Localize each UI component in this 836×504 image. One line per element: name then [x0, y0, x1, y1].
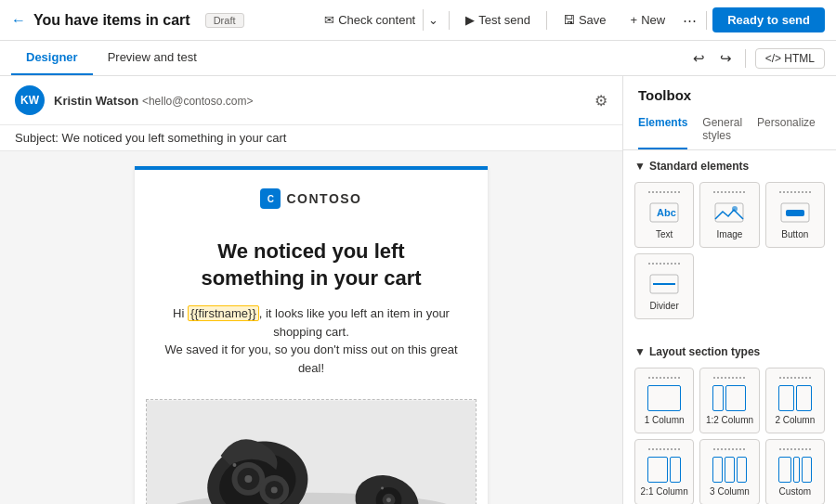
2-column-icon [778, 385, 812, 411]
button-element-label: Button [781, 229, 808, 239]
check-content-button[interactable]: ✉ Check content ⌄ [317, 9, 443, 31]
test-send-icon: ▶ [465, 13, 475, 27]
divider-element-label: Divider [650, 301, 679, 311]
svg-text:Abc: Abc [657, 207, 676, 218]
dots-decoration [647, 447, 681, 451]
main-tabs: Designer Preview and test [11, 41, 212, 75]
html-label: HTML [784, 52, 815, 65]
layout-section-header[interactable]: ▼ Layout section types [634, 345, 825, 358]
svg-point-9 [271, 487, 278, 494]
top-bar: ← You have items in cart Draft ✉ Check c… [0, 0, 836, 41]
save-button[interactable]: 🖫 Save [553, 8, 617, 32]
element-image[interactable]: Image [699, 182, 759, 248]
toolbox-title: Toolbox [623, 76, 836, 110]
body-after: , it looks like you left an item in your… [259, 306, 450, 339]
element-divider[interactable]: Divider [634, 253, 694, 319]
layout-1-column[interactable]: 1 Column [634, 368, 694, 433]
more-options-button[interactable]: ⋯ [679, 8, 700, 32]
toolbox-tabs: Elements General styles Personalize [623, 110, 836, 150]
dots-decoration [647, 262, 681, 265]
text-element-icon: Abc [649, 200, 679, 226]
2-1-column-label: 2:1 Column [641, 486, 688, 497]
new-button[interactable]: + New [620, 8, 676, 32]
subject-bar: Subject: We noticed you left something i… [0, 125, 622, 151]
divider-element-icon [649, 271, 679, 297]
main-area: KW Kristin Watson <hello@contoso.com> ⚙ … [0, 76, 836, 504]
redo-button[interactable]: ↪ [716, 46, 736, 71]
toolbox-tab-elements[interactable]: Elements [638, 110, 687, 149]
email-image-area [146, 399, 477, 504]
layout-custom[interactable]: Custom [765, 439, 825, 504]
draft-badge: Draft [205, 13, 244, 28]
image-element-icon [714, 200, 744, 226]
3-column-icon [712, 457, 746, 483]
layout-3-column[interactable]: 3 Column [699, 439, 759, 504]
second-bar-right: ↩ ↪ </> HTML [689, 46, 825, 71]
standard-elements-header[interactable]: ▼ Standard elements [634, 160, 825, 173]
element-button[interactable]: Button [765, 182, 825, 248]
layout-section-grid: 1 Column 1:2 Column [634, 368, 825, 504]
gear-icon[interactable]: ⚙ [594, 92, 607, 110]
1-column-label: 1 Column [645, 415, 685, 425]
check-content-icon: ✉ [324, 13, 334, 27]
test-send-button[interactable]: ▶ Test send [455, 8, 541, 32]
image-element-label: Image [717, 229, 743, 239]
tab-designer[interactable]: Designer [11, 41, 93, 75]
toolbox-tab-general-styles[interactable]: General styles [702, 110, 742, 149]
custom-column-icon [778, 457, 812, 483]
back-icon[interactable]: ← [11, 12, 26, 29]
divider [745, 49, 746, 68]
divider [706, 11, 707, 30]
sender-email: <hello@contoso.com> [142, 95, 254, 108]
toolbox-tab-personalize[interactable]: Personalize [757, 110, 816, 149]
test-send-label: Test send [478, 13, 530, 27]
text-element-label: Text [656, 229, 673, 239]
layout-section-label: Layout section types [649, 345, 760, 358]
toolbox-panel: Toolbox Elements General styles Personal… [622, 76, 836, 504]
dots-decoration [778, 190, 812, 194]
second-bar: Designer Preview and test ↩ ↪ </> HTML [0, 41, 836, 76]
button-element-icon [780, 200, 810, 226]
layout-1-2-column[interactable]: 1:2 Column [699, 368, 759, 433]
element-text[interactable]: Abc Text [634, 182, 694, 248]
layout-2-1-column[interactable]: 2:1 Column [634, 439, 694, 504]
svg-point-14 [232, 463, 236, 467]
new-label: New [641, 13, 665, 27]
dots-decoration [712, 447, 746, 451]
dots-decoration [712, 376, 746, 380]
html-button[interactable]: </> HTML [755, 48, 825, 69]
code-icon: </> [765, 52, 781, 65]
1-2-column-label: 1:2 Column [706, 415, 753, 425]
sender-info: Kristin Watson <hello@contoso.com> [54, 94, 585, 108]
save-icon: 🖫 [563, 13, 575, 27]
tab-preview-and-test[interactable]: Preview and test [93, 41, 212, 75]
plus-icon: + [631, 13, 638, 27]
collapse-icon: ▼ [634, 345, 646, 358]
check-content-caret[interactable]: ⌄ [423, 9, 443, 31]
sender-bar: KW Kristin Watson <hello@contoso.com> ⚙ [0, 76, 622, 125]
layout-2-column[interactable]: 2 Column [765, 368, 825, 433]
3-column-label: 3 Column [710, 486, 750, 497]
subject-text: We noticed you left something in your ca… [62, 131, 287, 145]
body-before: Hi [173, 306, 188, 320]
email-preview: C CONTOSO We noticed you left something … [135, 166, 488, 504]
subject-label: Subject: [15, 131, 59, 145]
dots-decoration [712, 190, 746, 194]
divider [546, 11, 547, 30]
svg-rect-23 [786, 210, 804, 216]
ready-to-send-button[interactable]: Ready to send [712, 7, 825, 32]
dots-decoration [778, 376, 812, 380]
top-bar-right: ✉ Check content ⌄ ▶ Test send 🖫 Save + N… [317, 7, 825, 32]
check-content-main[interactable]: ✉ Check content [317, 9, 423, 31]
svg-point-13 [386, 498, 391, 503]
body-line2: We saved it for you, so you don't miss o… [164, 342, 457, 375]
check-content-label: Check content [338, 13, 415, 27]
logo-icon: C [260, 188, 281, 209]
email-header: C CONTOSO [135, 170, 488, 220]
layout-section: ▼ Layout section types 1 Column [623, 336, 836, 504]
standard-elements-grid: Abc Text Image [634, 182, 825, 319]
undo-button[interactable]: ↩ [689, 46, 709, 71]
collapse-icon: ▼ [634, 160, 646, 173]
email-body-text: Hi {{firstname}}, it looks like you left… [164, 304, 458, 377]
2-1-column-icon [647, 457, 681, 483]
